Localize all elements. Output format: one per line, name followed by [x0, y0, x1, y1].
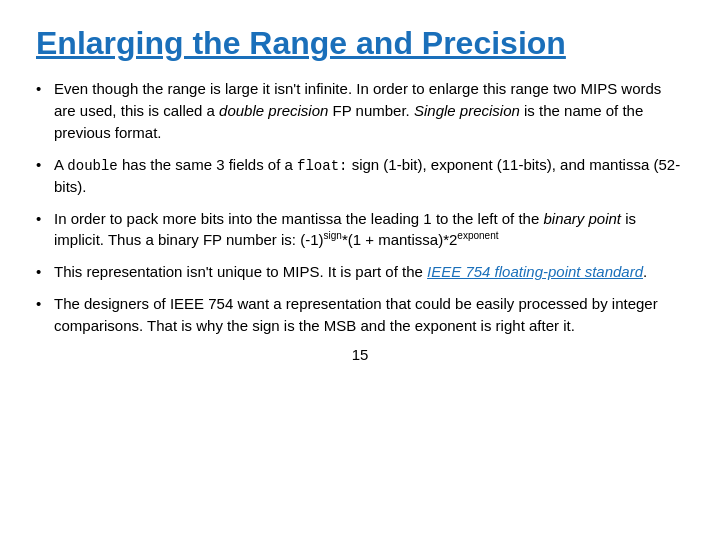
bullet-list: •Even though the range is large it isn't… — [36, 78, 684, 336]
bullet-dot: • — [36, 208, 54, 230]
list-item: •The designers of IEEE 754 want a repres… — [36, 293, 684, 337]
bullet-content-4: This representation isn't unique to MIPS… — [54, 261, 684, 283]
bullet-content-3: In order to pack more bits into the mant… — [54, 208, 684, 252]
list-item: •A double has the same 3 fields of a flo… — [36, 154, 684, 198]
bullet-content-1: Even though the range is large it isn't … — [54, 78, 684, 143]
list-item: •This representation isn't unique to MIP… — [36, 261, 684, 283]
bullet-dot: • — [36, 261, 54, 283]
bullet-dot: • — [36, 78, 54, 100]
list-item: •In order to pack more bits into the man… — [36, 208, 684, 252]
page-title: Enlarging the Range and Precision — [36, 24, 684, 62]
bullet-content-2: A double has the same 3 fields of a floa… — [54, 154, 684, 198]
bullet-content-5: The designers of IEEE 754 want a represe… — [54, 293, 684, 337]
page-number: 15 — [36, 346, 684, 363]
bullet-dot: • — [36, 293, 54, 315]
bullet-dot: • — [36, 154, 54, 176]
list-item: •Even though the range is large it isn't… — [36, 78, 684, 143]
